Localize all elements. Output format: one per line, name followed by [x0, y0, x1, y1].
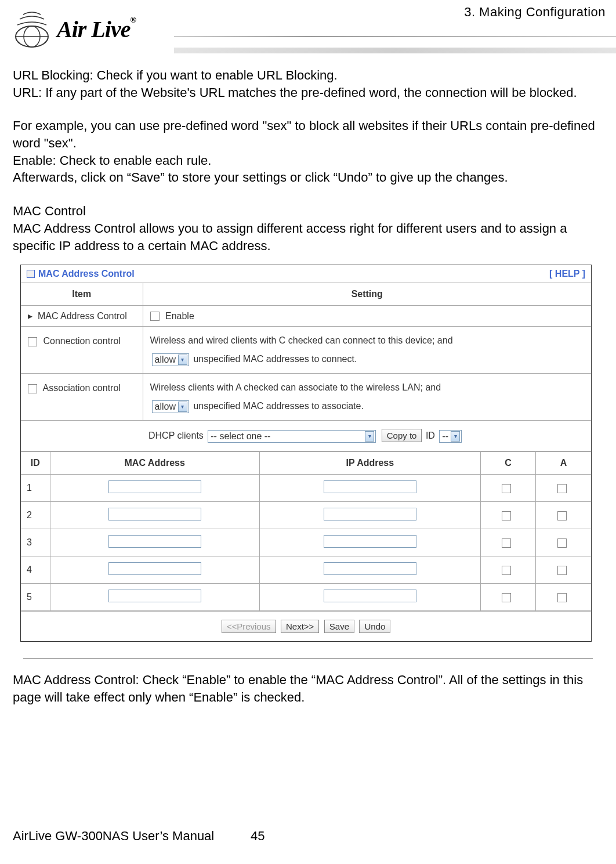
- a-checkbox[interactable]: [557, 538, 567, 548]
- th-item: Item: [21, 283, 143, 306]
- ip-input[interactable]: [324, 590, 416, 602]
- th-mac: MAC Address: [50, 451, 259, 474]
- row-text: unspecified MAC addresses to associate.: [193, 401, 363, 411]
- row-label: Connection control: [43, 336, 120, 346]
- table-row: 2: [21, 501, 591, 529]
- footer-manual: AirLive GW-300NAS User’s Manual: [13, 829, 251, 844]
- ip-input[interactable]: [324, 535, 416, 548]
- mac-input[interactable]: [108, 590, 201, 602]
- mac-entry-table: ID MAC Address IP Address C A 1 2 3 4 5: [21, 451, 591, 611]
- brand-text: Air Live®: [57, 16, 136, 43]
- nav-buttons: <<Previous Next>> Save Undo: [21, 611, 591, 641]
- row-text: Wireless and wired clients with C checke…: [150, 335, 453, 345]
- section-heading: MAC Control: [13, 203, 603, 220]
- ip-input[interactable]: [324, 480, 416, 493]
- panel-icon: [27, 270, 35, 278]
- dhcp-label: DHCP clients: [148, 431, 204, 440]
- table-row: 5: [21, 583, 591, 610]
- after-content: MAC Address Control: Check “Enable” to e…: [0, 659, 616, 706]
- mac-input[interactable]: [108, 480, 201, 493]
- association-checkbox[interactable]: [28, 384, 37, 393]
- connection-select[interactable]: allow▾: [152, 353, 189, 366]
- paragraph: MAC Address Control: Check “Enable” to e…: [13, 671, 603, 706]
- next-button[interactable]: Next>>: [281, 620, 319, 633]
- th-c: C: [480, 451, 535, 474]
- save-button[interactable]: Save: [324, 620, 354, 633]
- row-mac-address-control: ▸ MAC Address Control Enable: [21, 306, 591, 327]
- c-checkbox[interactable]: [502, 593, 511, 602]
- dhcp-select[interactable]: -- select one --▾: [208, 430, 376, 443]
- panel-title-text: MAC Address Control: [38, 269, 135, 279]
- chevron-down-icon: ▾: [178, 355, 187, 365]
- c-checkbox[interactable]: [502, 538, 511, 548]
- chevron-down-icon: ▾: [178, 402, 187, 412]
- table-row: 1: [21, 474, 591, 501]
- enable-label: Enable: [165, 311, 194, 321]
- page-header: 3. Making Configuration Air Live®: [0, 0, 616, 58]
- settings-table: Item Setting ▸ MAC Address Control Enabl…: [21, 283, 591, 451]
- paragraph: Enable: Check to enable each rule.: [13, 152, 603, 169]
- paragraph: URL: If any part of the Website's URL ma…: [13, 84, 603, 102]
- copy-to-button[interactable]: Copy to: [382, 429, 422, 442]
- header-divider-thick: [174, 48, 616, 53]
- brand-logo: Air Live®: [12, 9, 136, 49]
- row-connection-control: Connection control Wireless and wired cl…: [21, 327, 591, 374]
- dhcp-id-label: ID: [426, 431, 435, 440]
- chevron-down-icon: ▾: [451, 431, 460, 442]
- header-divider: [174, 36, 616, 37]
- footer-page-number: 45: [251, 829, 264, 844]
- ip-input[interactable]: [324, 562, 416, 575]
- previous-button[interactable]: <<Previous: [222, 620, 276, 633]
- row-association-control: Association control Wireless clients wit…: [21, 374, 591, 421]
- dhcp-id-select[interactable]: --▾: [439, 430, 462, 443]
- a-checkbox[interactable]: [557, 511, 567, 520]
- a-checkbox[interactable]: [557, 593, 567, 602]
- a-checkbox[interactable]: [557, 484, 567, 493]
- c-checkbox[interactable]: [502, 484, 511, 493]
- mac-input[interactable]: [108, 508, 201, 520]
- chapter-title: 3. Making Configuration: [464, 5, 606, 20]
- panel-titlebar: MAC Address Control [ HELP ]: [21, 265, 591, 283]
- c-checkbox[interactable]: [502, 511, 511, 520]
- th-ip: IP Address: [259, 451, 480, 474]
- th-id: ID: [21, 451, 50, 474]
- page-footer: AirLive GW-300NAS User’s Manual 45: [13, 829, 593, 844]
- a-checkbox[interactable]: [557, 566, 567, 575]
- th-setting: Setting: [143, 283, 591, 306]
- chevron-down-icon: ▾: [365, 431, 374, 442]
- logo-globe-icon: [12, 9, 52, 49]
- table-row: 3: [21, 529, 591, 556]
- paragraph: MAC Address Control allows you to assign…: [13, 220, 603, 254]
- mac-input[interactable]: [108, 562, 201, 575]
- row-text: unspecified MAC addresses to connect.: [193, 354, 357, 364]
- row-label: Association control: [43, 383, 121, 393]
- undo-button[interactable]: Undo: [359, 620, 390, 633]
- help-link[interactable]: [ HELP ]: [549, 269, 585, 279]
- paragraph: For example, you can use pre-defined wor…: [13, 117, 603, 151]
- ip-input[interactable]: [324, 508, 416, 520]
- connection-checkbox[interactable]: [28, 337, 37, 346]
- row-label: MAC Address Control: [38, 311, 127, 321]
- c-checkbox[interactable]: [502, 566, 511, 575]
- table-row: 4: [21, 556, 591, 583]
- row-text: Wireless clients with A checked can asso…: [150, 382, 441, 392]
- mac-input[interactable]: [108, 535, 201, 548]
- row-dhcp-clients: DHCP clients -- select one --▾ Copy to I…: [21, 421, 591, 451]
- paragraph: Afterwards, click on “Save” to store you…: [13, 169, 603, 186]
- panel-title-left: MAC Address Control: [27, 269, 135, 279]
- enable-checkbox[interactable]: [150, 312, 160, 321]
- paragraph: URL Blocking: Check if you want to enabl…: [13, 67, 603, 84]
- mac-control-panel: MAC Address Control [ HELP ] Item Settin…: [20, 265, 592, 642]
- th-a: A: [536, 451, 591, 474]
- body-content: URL Blocking: Check if you want to enabl…: [0, 58, 616, 254]
- association-select[interactable]: allow▾: [152, 400, 189, 413]
